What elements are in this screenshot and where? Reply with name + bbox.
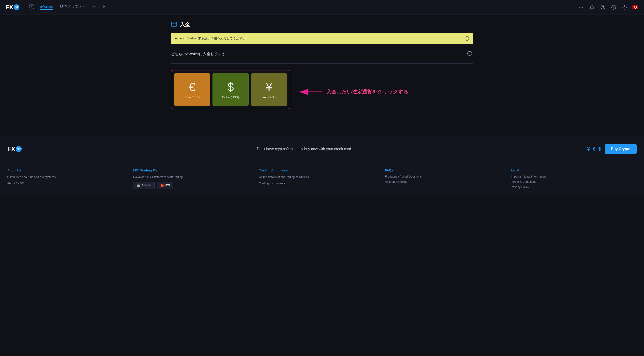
- footer-trading-instruments-link[interactable]: Trading Instruments: [259, 182, 380, 185]
- footer-col-faq: FAQs Frequently Asked Questions Account …: [385, 168, 511, 190]
- usd-symbol: $: [228, 80, 234, 94]
- eur-label: Euro (EUR): [184, 96, 200, 99]
- footer-col-trading: Trading Conditions All the details of ou…: [259, 168, 385, 190]
- footer-trading-desc: All the details of our trading condition…: [259, 175, 380, 179]
- dashboard-icon[interactable]: [29, 4, 34, 11]
- bell-icon[interactable]: [589, 4, 595, 11]
- refresh-button[interactable]: [467, 51, 473, 57]
- footer-privacy-link[interactable]: Privacy Policy: [511, 185, 632, 189]
- footer-about-desc: Useful info about us and our systems: [7, 175, 128, 179]
- main-content: 入金 Account Status: 未承認。情報を入力してください i どちら…: [164, 15, 480, 136]
- svg-line-6: [602, 6, 602, 7]
- header: FX GT eWallets MT5 アカウント レポート: [0, 0, 644, 15]
- support-icon[interactable]: [600, 4, 606, 11]
- alert-banner: Account Status: 未承認。情報を入力してください i: [171, 33, 473, 44]
- footer-mt5-desc: Download our Platform to start trading: [133, 175, 254, 179]
- ios-button[interactable]: 🍎 iOS: [157, 182, 173, 189]
- nav-tabs: eWallets MT5 アカウント レポート: [40, 4, 578, 10]
- footer-euro-icon: €: [593, 146, 595, 152]
- apple-icon: 🍎: [160, 183, 164, 187]
- jpy-symbol: ¥: [266, 80, 272, 94]
- footer-trading-title: Trading Conditions: [259, 168, 380, 172]
- annotation-area: 入金したい法定通貨をクリックする: [295, 86, 408, 98]
- settings-icon[interactable]: [610, 4, 617, 11]
- deposit-icon: [171, 21, 177, 29]
- alert-text: Account Status: 未承認。情報を入力してください: [175, 37, 246, 41]
- footer-col-mt5: MT5 Trading Platform Download our Platfo…: [133, 168, 259, 190]
- svg-point-10: [613, 7, 614, 8]
- footer-crypto-text: Don't have cryptos? Instantly buy now wi…: [27, 147, 582, 151]
- tab-report[interactable]: レポート: [92, 4, 106, 10]
- footer-terms-link[interactable]: Terms & Conditions: [511, 180, 632, 183]
- footer-links: About Us Useful info about us and our sy…: [7, 162, 637, 190]
- footer-account-opening-link[interactable]: Account Opening: [385, 180, 506, 183]
- more-icon[interactable]: [578, 4, 584, 11]
- tab-mt5[interactable]: MT5 アカウント: [60, 4, 85, 10]
- wallet-question-text: どちらのeWalletに入金しますか: [171, 51, 226, 57]
- android-label: Android: [142, 184, 151, 187]
- svg-line-7: [604, 8, 604, 9]
- logo-area: FX GT: [6, 3, 24, 12]
- ios-label: iOS: [166, 184, 170, 187]
- svg-line-8: [604, 6, 604, 7]
- power-icon[interactable]: [621, 4, 628, 11]
- currency-cards-wrapper: € Euro (EUR) $ Dollar (USD) ¥ Yen (JYP): [171, 70, 290, 109]
- footer-logo-fx: FX: [7, 145, 16, 153]
- currency-card-jpy[interactable]: ¥ Yen (JYP): [251, 73, 287, 106]
- footer-col-about: About Us Useful info about us and our sy…: [7, 168, 133, 190]
- app-buttons: 🤖 Android 🍎 iOS: [133, 182, 254, 189]
- currency-card-eur[interactable]: € Euro (EUR): [174, 73, 210, 106]
- jpy-label: Yen (JYP): [262, 96, 276, 99]
- footer-col-legal: Legal Important legal information Terms …: [511, 168, 637, 190]
- page-title: 入金: [180, 21, 190, 28]
- footer-yen-icon: ¥: [587, 146, 590, 152]
- footer-faq-link[interactable]: Frequently Asked Questions: [385, 175, 506, 178]
- eur-symbol: €: [189, 80, 196, 94]
- tab-ewallets[interactable]: eWallets: [40, 5, 53, 10]
- arrow-svg: [295, 86, 324, 98]
- header-right: [578, 4, 638, 11]
- usd-label: Dollar (USD): [222, 96, 239, 99]
- svg-point-5: [602, 6, 604, 8]
- cards-and-arrow-area: € Euro (EUR) $ Dollar (USD) ¥ Yen (JYP): [171, 70, 473, 114]
- svg-point-3: [582, 7, 583, 8]
- footer-legal-info-link[interactable]: Important legal information: [511, 175, 632, 178]
- svg-point-1: [579, 7, 580, 8]
- footer: FX GT Don't have cryptos? Instantly buy …: [0, 136, 644, 197]
- footer-about-fxgt-link[interactable]: About FXGT: [7, 182, 128, 185]
- flag-icon[interactable]: [632, 4, 638, 11]
- buy-crypto-button[interactable]: Buy Crypto: [605, 144, 637, 154]
- alert-info-icon[interactable]: i: [464, 36, 469, 41]
- page-title-row: 入金: [171, 21, 473, 29]
- footer-faq-title: FAQs: [385, 168, 506, 172]
- logo-gt: GT: [14, 4, 20, 10]
- footer-logo-gt: GT: [16, 146, 22, 152]
- android-icon: 🤖: [136, 183, 140, 187]
- svg-point-2: [581, 7, 582, 8]
- footer-logo: FX GT: [7, 145, 22, 153]
- wallet-question-row: どちらのeWalletに入金しますか: [171, 51, 473, 57]
- footer-dollar-icon: $: [598, 146, 601, 152]
- divider: [171, 63, 473, 64]
- logo-fx: FX: [6, 4, 13, 11]
- footer-about-title: About Us: [7, 168, 128, 172]
- android-button[interactable]: 🤖 Android: [133, 182, 154, 189]
- footer-currency-icons: ¥ € $: [587, 146, 601, 152]
- footer-buy-area: ¥ € $ Buy Crypto: [587, 144, 637, 154]
- annotation-text: 入金したい法定通貨をクリックする: [326, 89, 408, 95]
- footer-legal-title: Legal: [511, 168, 632, 172]
- svg-line-9: [602, 8, 602, 9]
- svg-rect-12: [171, 22, 176, 27]
- footer-top: FX GT Don't have cryptos? Instantly buy …: [7, 144, 637, 154]
- currency-card-usd[interactable]: $ Dollar (USD): [212, 73, 249, 106]
- footer-mt5-title: MT5 Trading Platform: [133, 168, 254, 172]
